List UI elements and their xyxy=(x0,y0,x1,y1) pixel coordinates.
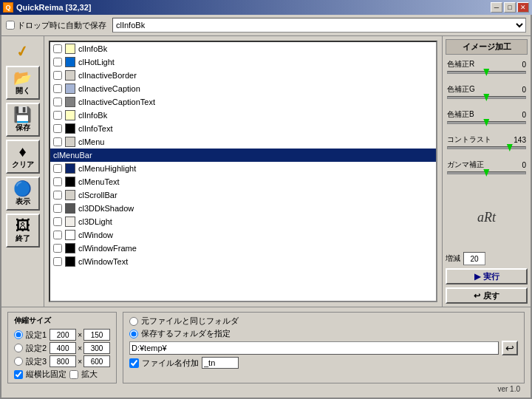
expand-checkbox[interactable] xyxy=(69,370,78,379)
close-button[interactable]: ✕ xyxy=(517,2,529,13)
list-item[interactable]: clWindow xyxy=(50,228,436,242)
custom-folder-label: 保存するフォルダを指定 xyxy=(141,328,231,339)
color-g-row: 色補正G 0 xyxy=(447,84,526,95)
back-button[interactable]: ↩ 戻す xyxy=(446,287,528,304)
list-item-label: clInactiveCaption xyxy=(78,84,433,93)
color-g-thumb[interactable] xyxy=(483,94,489,101)
color-g-track[interactable] xyxy=(447,96,526,99)
setting1-height[interactable] xyxy=(83,329,110,341)
list-item[interactable]: clMenuText xyxy=(50,175,436,188)
color-r-track[interactable] xyxy=(447,71,526,74)
list-item-checkbox[interactable] xyxy=(53,111,62,120)
list-item[interactable]: clInfoBk xyxy=(50,42,436,55)
color-b-thumb[interactable] xyxy=(483,119,489,126)
list-item-color-box xyxy=(65,97,75,107)
same-folder-radio[interactable] xyxy=(129,317,138,326)
execute-button[interactable]: ▶ 実行 xyxy=(446,268,528,284)
list-item-checkbox[interactable] xyxy=(53,204,62,213)
content-area: ✓ 📂 開く 💾 保存 ♦ クリア 🔵 表示 🖼 終了 xyxy=(1,36,531,307)
execute-label: 実行 xyxy=(483,271,499,282)
top-bar: ドロップ時に自動で保存 clInfoBk xyxy=(1,15,531,36)
list-item-checkbox[interactable] xyxy=(53,217,62,226)
list-item[interactable]: clInactiveCaptionText xyxy=(50,95,436,109)
folder-browse-button[interactable]: ↩ xyxy=(502,341,518,355)
color-r-thumb[interactable] xyxy=(483,69,489,76)
setting2-width[interactable] xyxy=(50,342,76,354)
setting3-radio[interactable] xyxy=(14,357,23,366)
list-item-checkbox[interactable] xyxy=(53,44,62,53)
path-input[interactable] xyxy=(129,341,499,355)
suffix-input[interactable] xyxy=(202,357,239,369)
contrast-value: 143 xyxy=(508,136,526,144)
list-item-color-box xyxy=(65,243,75,253)
aspect-checkbox[interactable] xyxy=(14,370,23,379)
open-button[interactable]: 📂 開く xyxy=(6,66,40,100)
list-item[interactable]: clInfoText xyxy=(50,122,436,135)
clear-button[interactable]: ♦ クリア xyxy=(6,140,40,174)
setting2-radio[interactable] xyxy=(14,344,23,352)
list-item-checkbox[interactable] xyxy=(53,124,62,133)
open-label: 開く xyxy=(16,86,30,96)
list-item-checkbox[interactable] xyxy=(53,58,62,66)
gamma-row: ガンマ補正 0 xyxy=(447,160,526,170)
list-item[interactable]: cl3DDkShadow xyxy=(50,202,436,215)
list-item[interactable]: clInactiveBorder xyxy=(50,69,436,82)
list-item[interactable]: clInfoBk xyxy=(50,109,436,122)
same-folder-label: 元ファイルと同じフォルダ xyxy=(141,316,239,327)
setting3-height[interactable] xyxy=(83,355,110,367)
list-item-checkbox[interactable] xyxy=(53,244,62,253)
contrast-thumb[interactable] xyxy=(507,144,513,151)
list-item-checkbox[interactable] xyxy=(53,257,62,266)
x-label-2: × xyxy=(78,344,82,352)
color-b-track[interactable] xyxy=(447,121,526,124)
suffix-checkbox[interactable] xyxy=(129,358,139,368)
setting1-size: × xyxy=(50,329,110,341)
bottom-area: 伸縮サイズ 設定1 × 設定2 × xyxy=(1,307,531,398)
list-item[interactable]: clMenuBar xyxy=(50,149,436,162)
list-item-checkbox[interactable] xyxy=(53,191,62,200)
save-dest-section: 元ファイルと同じフォルダ 保存するフォルダを指定 ↩ ファイル名付加 xyxy=(123,312,525,383)
maximize-button[interactable]: □ xyxy=(504,2,516,13)
list-item[interactable]: clWindowFrame xyxy=(50,242,436,255)
back-label: 戻す xyxy=(483,290,499,301)
list-item-checkbox[interactable] xyxy=(53,71,62,80)
display-button[interactable]: 🔵 表示 xyxy=(6,177,40,211)
color-g-section: 色補正G 0 xyxy=(446,83,528,105)
setting2-height[interactable] xyxy=(83,342,110,354)
setting1-radio[interactable] xyxy=(14,330,23,339)
list-item-checkbox[interactable] xyxy=(53,98,62,106)
list-item-label: clInfoText xyxy=(78,124,433,133)
setting1-width[interactable] xyxy=(50,329,76,341)
list-item-color-box xyxy=(65,230,75,240)
color-list[interactable]: clInfoBkclHotLightclInactiveBorderclInac… xyxy=(49,41,437,302)
list-item[interactable]: clScrollBar xyxy=(50,188,436,202)
list-item-label: cl3DLight xyxy=(78,217,433,226)
minimize-button[interactable]: ─ xyxy=(491,2,502,13)
auto-save-checkbox-label[interactable]: ドロップ時に自動で保存 xyxy=(6,20,106,31)
exit-label: 終了 xyxy=(16,233,30,244)
auto-save-checkbox[interactable] xyxy=(6,21,15,30)
gamma-track[interactable] xyxy=(447,171,526,174)
increment-input[interactable] xyxy=(463,252,485,265)
list-item-checkbox[interactable] xyxy=(53,164,62,173)
save-button[interactable]: 💾 保存 xyxy=(6,103,40,137)
list-item-checkbox[interactable] xyxy=(53,137,62,146)
list-item[interactable]: cl3DLight xyxy=(50,215,436,228)
list-item[interactable]: clMenu xyxy=(50,135,436,149)
list-item[interactable]: clInactiveCaption xyxy=(50,82,436,95)
list-item-checkbox[interactable] xyxy=(53,84,62,93)
list-item[interactable]: clMenuHighlight xyxy=(50,162,436,175)
contrast-track[interactable] xyxy=(447,146,526,149)
list-item-checkbox[interactable] xyxy=(53,177,62,186)
color-dropdown[interactable]: clInfoBk xyxy=(112,18,526,33)
exit-icon: 🖼 xyxy=(16,218,30,233)
exit-button[interactable]: 🖼 終了 xyxy=(6,214,40,248)
custom-folder-radio[interactable] xyxy=(129,330,138,338)
list-item[interactable]: clWindowText xyxy=(50,255,436,268)
list-item-label: clHotLight xyxy=(78,58,433,66)
setting3-width[interactable] xyxy=(50,355,76,367)
gamma-thumb[interactable] xyxy=(483,169,489,177)
list-item[interactable]: clHotLight xyxy=(50,55,436,69)
list-item-checkbox[interactable] xyxy=(53,231,62,239)
setting2-label: 設定2 xyxy=(26,343,47,354)
